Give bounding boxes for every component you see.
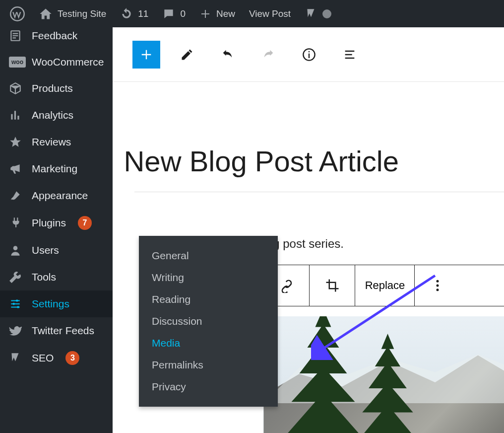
sidebar-item-label: WooCommerce — [32, 56, 104, 68]
more-options-button[interactable] — [415, 265, 460, 306]
update-badge: 7 — [78, 216, 92, 230]
svg-point-8 — [437, 285, 439, 287]
form-icon — [9, 29, 22, 42]
info-button[interactable] — [295, 41, 323, 69]
submenu-item-permalinks[interactable]: Permalinks — [139, 354, 278, 376]
sidebar-item-label: Settings — [32, 298, 69, 310]
view-post[interactable]: View Post — [242, 0, 298, 27]
replace-label: Replace — [365, 279, 405, 292]
sidebar-item-label: Plugins — [32, 217, 66, 229]
sidebar-item-marketing[interactable]: Marketing — [0, 155, 113, 182]
post-title[interactable]: New Blog Post Article — [124, 144, 504, 178]
comments-count: 0 — [180, 8, 186, 19]
woo-icon: woo — [9, 57, 26, 68]
undo-icon — [221, 48, 235, 62]
plus-icon — [199, 8, 211, 20]
info-icon — [302, 48, 316, 62]
sidebar-item-analytics[interactable]: Analytics — [0, 102, 113, 129]
sidebar-item-twitter-feeds[interactable]: Twitter Feeds — [0, 317, 113, 344]
settings-submenu: General Writing Reading Discussion Media… — [139, 236, 278, 407]
submenu-item-discussion[interactable]: Discussion — [139, 310, 278, 332]
wordpress-icon — [10, 6, 25, 21]
site-title: Testing Site — [58, 8, 106, 19]
plug-icon — [9, 216, 22, 229]
submenu-item-media[interactable]: Media — [139, 332, 278, 354]
outline-button[interactable] — [336, 41, 364, 69]
submenu-item-privacy[interactable]: Privacy — [139, 376, 278, 398]
brush-icon — [9, 189, 22, 202]
sidebar-item-products[interactable]: Products — [0, 75, 113, 102]
crop-button[interactable] — [310, 265, 355, 306]
dots-vertical-icon — [430, 278, 445, 293]
sidebar-item-reviews[interactable]: Reviews — [0, 129, 113, 155]
yoast-icon — [305, 7, 317, 20]
list-icon — [343, 48, 357, 62]
redo-icon — [261, 48, 275, 62]
add-block-button[interactable] — [132, 41, 160, 69]
status-dot-icon — [322, 9, 331, 18]
editor-toolbar — [113, 27, 504, 82]
twitter-icon — [9, 324, 22, 337]
updates-count: 11 — [138, 8, 148, 19]
yoast-icon — [9, 352, 22, 364]
comment-icon — [162, 7, 175, 20]
wp-logo[interactable] — [3, 0, 32, 27]
image-block-toolbar: Replace — [263, 265, 504, 306]
sidebar-item-plugins[interactable]: Plugins 7 — [0, 209, 113, 237]
sidebar-item-feedback[interactable]: Feedback — [0, 27, 113, 49]
view-post-label: View Post — [249, 8, 291, 19]
svg-point-7 — [437, 280, 439, 283]
svg-point-9 — [437, 289, 439, 291]
sidebar-item-settings[interactable]: Settings — [0, 290, 113, 317]
wrench-icon — [9, 271, 22, 284]
sidebar-item-label: Analytics — [32, 109, 73, 121]
comments[interactable]: 0 — [155, 0, 192, 27]
site-home[interactable]: Testing Site — [32, 0, 113, 27]
sidebar-item-label: Tools — [32, 271, 56, 283]
undo-button[interactable] — [214, 41, 242, 69]
featured-image[interactable] — [263, 316, 504, 433]
updates[interactable]: 11 — [113, 0, 155, 27]
plus-icon — [139, 48, 153, 62]
sidebar-item-users[interactable]: Users — [0, 237, 113, 264]
box-icon — [9, 82, 22, 95]
title-separator — [134, 192, 504, 192]
submenu-item-writing[interactable]: Writing — [139, 267, 278, 289]
svg-point-5 — [17, 306, 19, 308]
new-label: New — [216, 8, 235, 19]
svg-point-4 — [13, 303, 15, 305]
sidebar-item-appearance[interactable]: Appearance — [0, 182, 113, 209]
update-badge: 3 — [65, 351, 79, 365]
sidebar-item-tools[interactable]: Tools — [0, 264, 113, 290]
sidebar-item-label: Users — [32, 244, 59, 256]
edit-mode-button[interactable] — [173, 41, 201, 69]
sidebar-item-label: SEO — [32, 352, 54, 364]
svg-point-3 — [16, 299, 18, 301]
megaphone-icon — [9, 162, 22, 175]
sidebar-item-label: Feedback — [32, 30, 77, 42]
link-icon — [279, 278, 294, 293]
sidebar-item-label: Reviews — [32, 136, 71, 148]
replace-button[interactable]: Replace — [355, 265, 415, 306]
star-icon — [9, 136, 22, 148]
yoast-menu[interactable] — [298, 0, 338, 27]
submenu-item-general[interactable]: General — [139, 245, 278, 267]
crop-icon — [325, 278, 340, 293]
pencil-icon — [180, 48, 194, 62]
submenu-item-reading[interactable]: Reading — [139, 289, 278, 310]
user-icon — [9, 244, 22, 257]
sidebar-item-label: Appearance — [32, 190, 88, 202]
sidebar-item-seo[interactable]: SEO 3 — [0, 344, 113, 372]
sidebar-item-label: Products — [32, 82, 73, 94]
chart-icon — [9, 109, 22, 122]
redo-button[interactable] — [254, 41, 282, 69]
paragraph-block[interactable]: log post series. — [263, 237, 504, 251]
refresh-icon — [120, 7, 133, 20]
sidebar-item-label: Twitter Feeds — [32, 325, 94, 337]
sidebar-item-label: Marketing — [32, 163, 77, 175]
sidebar-item-woocommerce[interactable]: woo WooCommerce — [0, 49, 113, 75]
admin-sidebar: Feedback woo WooCommerce Products Analyt… — [0, 27, 113, 433]
sliders-icon — [9, 297, 22, 310]
new-content[interactable]: New — [192, 0, 242, 27]
home-icon — [39, 7, 53, 21]
